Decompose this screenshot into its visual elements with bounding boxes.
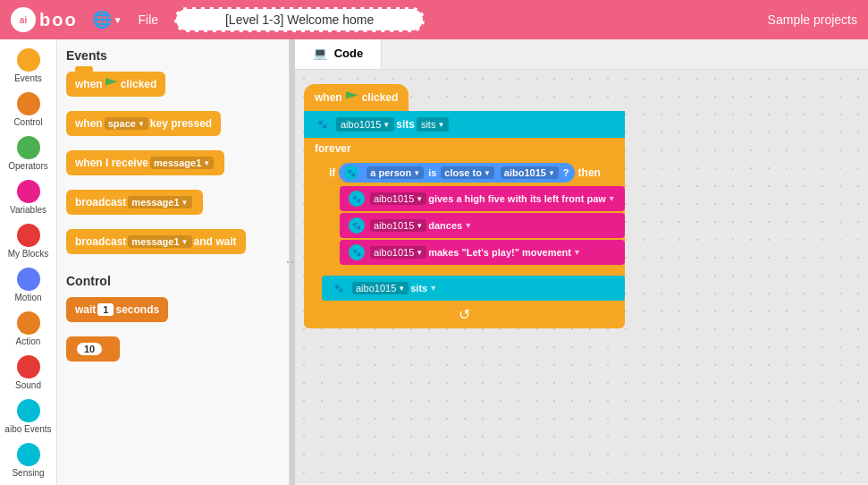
if-bottom: [322, 267, 625, 274]
letsplay-aibo-icon: 🐾: [349, 244, 365, 260]
final-sits-aibo-icon: 🐾: [331, 280, 347, 296]
canvas-when-clicked-block[interactable]: when clicked 🐾 aibo1015 sits sits foreve…: [304, 84, 625, 328]
action-dot: [17, 311, 40, 335]
canvas-forever-block[interactable]: forever if 🐾 a person is: [304, 138, 625, 328]
forever-label: forever: [304, 138, 625, 159]
canvas-dances-block[interactable]: 🐾 aibo1015 dances ▼: [340, 213, 625, 238]
category-myblocks[interactable]: My Blocks: [2, 220, 55, 262]
variables-label: Variables: [10, 205, 46, 215]
block-broadcast[interactable]: broadcast message1: [66, 190, 203, 215]
broadcast-dropdown[interactable]: message1: [128, 196, 191, 208]
motion-dot: [17, 268, 40, 291]
code-area: 💻 Code when clicked 🐾 aibo1015 sits sits: [295, 39, 868, 485]
category-sensing[interactable]: Sensing: [2, 439, 55, 481]
canvas-aibo-sits-block[interactable]: 🐾 aibo1015 sits sits: [304, 111, 625, 138]
block-wait-seconds[interactable]: wait 1 seconds: [66, 297, 168, 322]
if-inner: 🐾 aibo1015 gives a high five with its le…: [340, 186, 625, 265]
sound-label: Sound: [15, 380, 41, 390]
globe-icon: 🌐: [92, 10, 112, 30]
canvas-final-sits-block[interactable]: 🐾 aibo1015 sits ▼: [322, 276, 625, 301]
sample-projects-link[interactable]: Sample projects: [768, 13, 857, 27]
aiboevents-label: aibo Events: [4, 424, 51, 434]
final-sits-aibo-dropdown[interactable]: aibo1015: [352, 282, 409, 294]
code-canvas[interactable]: when clicked 🐾 aibo1015 sits sits foreve…: [295, 70, 868, 483]
condition-question: ?: [563, 167, 569, 178]
letsplay-arrow: ▼: [573, 248, 581, 257]
code-tab-icon: 💻: [313, 47, 327, 60]
block-broadcast-wait[interactable]: broadcast message1 and wait: [66, 229, 246, 254]
category-operators[interactable]: Operators: [2, 132, 55, 174]
category-motion[interactable]: Motion: [2, 264, 55, 306]
logo-icon: ai: [11, 7, 36, 32]
aibo-sits-dropdown[interactable]: aibo1015: [336, 117, 394, 132]
highfive-aibo-icon: 🐾: [349, 191, 365, 207]
canvas-letsplay-block[interactable]: 🐾 aibo1015 makes "Let's play!" movement …: [340, 240, 625, 265]
control-section-title: Control: [66, 274, 280, 288]
sensing-label: Sensing: [12, 468, 44, 478]
receive-dropdown[interactable]: message1: [150, 157, 214, 169]
then-label: then: [578, 166, 601, 179]
condition-aibo-icon: 🐾: [344, 166, 358, 180]
myblocks-dot: [17, 224, 40, 247]
myblocks-label: My Blocks: [8, 249, 49, 259]
key-dropdown[interactable]: space: [105, 117, 148, 130]
category-control[interactable]: Control: [2, 89, 55, 131]
sits-label: sits: [396, 118, 415, 131]
letsplay-aibo-dropdown[interactable]: aibo1015: [370, 246, 426, 259]
highfive-action: gives a high five with its left front pa…: [428, 193, 606, 204]
tab-code[interactable]: 💻 Code: [295, 39, 382, 69]
category-sound[interactable]: Sound: [2, 352, 55, 394]
broadcast-wait-dropdown[interactable]: message1: [128, 235, 191, 248]
when-receive-text: when I receive: [75, 157, 148, 169]
highfive-arrow: ▼: [608, 194, 616, 203]
broadcast-text: broadcast: [75, 196, 126, 208]
flag-icon: [105, 78, 118, 90]
operators-dot: [17, 136, 40, 159]
operators-label: Operators: [8, 161, 47, 171]
category-events[interactable]: Events: [2, 45, 55, 87]
blocks-panel: Events when clicked when space key press…: [57, 39, 290, 485]
if-label: if: [329, 166, 335, 179]
category-variables[interactable]: Variables: [2, 176, 55, 218]
events-dot: [17, 48, 40, 72]
aiboevents-dot: [17, 399, 40, 422]
logo: ai boo: [11, 7, 78, 32]
tab-bar: 💻 Code: [295, 39, 868, 70]
when-label: when: [315, 91, 342, 104]
wait-text: wait: [75, 303, 96, 316]
block-when-flag-clicked[interactable]: when clicked: [66, 72, 165, 97]
broadcast-wait-text: broadcast: [75, 235, 126, 248]
block-repeat[interactable]: 10: [66, 336, 120, 362]
when-text: when: [75, 117, 103, 130]
control-dot: [17, 92, 40, 115]
aibo-sits-icon: 🐾: [313, 115, 331, 133]
canvas-highfive-block[interactable]: 🐾 aibo1015 gives a high five with its le…: [340, 186, 625, 211]
file-menu[interactable]: File: [131, 9, 166, 30]
category-sidebar: Events Control Operators Variables My Bl…: [0, 39, 57, 485]
main-layout: Events Control Operators Variables My Bl…: [0, 39, 868, 485]
project-title[interactable]: [Level 1-3] Welcome home: [174, 7, 425, 32]
repeat-input[interactable]: 10: [77, 343, 102, 355]
control-label: Control: [13, 117, 42, 127]
dances-aibo-dropdown[interactable]: aibo1015: [370, 219, 426, 232]
condition-person-dropdown[interactable]: a person: [367, 166, 424, 179]
globe-button[interactable]: 🌐 ▼: [92, 10, 122, 30]
dances-action: dances: [428, 220, 462, 231]
clicked-label: clicked: [362, 91, 399, 104]
category-aiboevents[interactable]: aibo Events: [2, 396, 55, 438]
final-sits-arrow: ▼: [429, 284, 437, 293]
seconds-text: seconds: [115, 303, 159, 316]
canvas-flag-icon: [346, 91, 358, 104]
canvas-if-block[interactable]: if 🐾 a person is close to aibo1015 ?: [322, 159, 625, 274]
category-action[interactable]: Action: [2, 308, 55, 350]
highfive-aibo-dropdown[interactable]: aibo1015: [370, 192, 426, 205]
sound-dot: [17, 355, 40, 379]
condition-aibo1015-dropdown[interactable]: aibo1015: [501, 166, 559, 179]
block-when-key-pressed[interactable]: when space key pressed: [66, 111, 221, 136]
and-wait-text: and wait: [194, 235, 237, 248]
block-when-receive[interactable]: when I receive message1: [66, 150, 224, 175]
condition-closeto-dropdown[interactable]: close to: [441, 166, 494, 179]
when-flag-text: when: [75, 78, 103, 90]
sits-action-dropdown[interactable]: sits: [417, 117, 449, 132]
wait-input[interactable]: 1: [97, 303, 114, 316]
